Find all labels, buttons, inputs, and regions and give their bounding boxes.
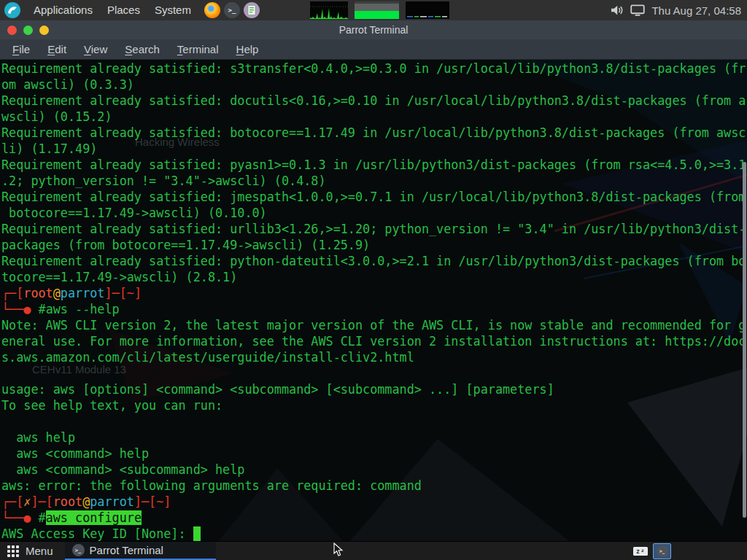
top-menu-system[interactable]: System [147, 0, 198, 20]
panel-menus: ApplicationsPlacesSystem [26, 0, 198, 20]
terminal-line: Requirement already satisfied: python-da… [1, 253, 746, 269]
top-menu-places[interactable]: Places [100, 0, 147, 20]
volume-icon[interactable] [610, 4, 624, 17]
terminal-line: eneral use. For more information, see th… [1, 333, 746, 349]
terminal-line [1, 365, 746, 381]
terminal-line: Note: AWS CLI version 2, the latest majo… [1, 317, 746, 333]
terminal-line: Requirement already satisfied: pyasn1>=0… [1, 157, 746, 173]
menu-search[interactable]: Search [117, 42, 168, 57]
terminal-line: .2; python_version != "3.4"->awscli) (0.… [1, 173, 746, 189]
terminal-launcher-icon[interactable]: >_ [224, 2, 240, 18]
window-controls [7, 26, 49, 35]
taskbar-menu-button[interactable]: Menu [26, 545, 53, 557]
terminal-line: aws help [1, 429, 746, 446]
window-titlebar[interactable]: Parrot Terminal [0, 20, 747, 39]
menu-edit[interactable]: Edit [39, 42, 74, 57]
maximize-window-icon[interactable] [39, 26, 49, 35]
terminal-line: Requirement already satisfied: urllib3<1… [1, 221, 746, 237]
terminal-line: Requirement already satisfied: botocore=… [1, 125, 746, 141]
menu-grid-icon[interactable] [7, 545, 19, 557]
top-menu-applications[interactable]: Applications [26, 0, 100, 20]
window-title: Parrot Terminal [0, 20, 747, 39]
minimize-window-icon[interactable] [23, 26, 33, 35]
terminal-line: └──● #aws --help [1, 301, 746, 317]
terminal-menubar: FileEditViewSearchTerminalHelp [0, 39, 747, 60]
memory-bar[interactable] [355, 1, 399, 19]
terminal-line: usage: aws [options] <command> <subcomma… [1, 381, 746, 397]
menu-view[interactable]: View [76, 42, 115, 57]
task-label: Parrot Terminal [90, 544, 163, 556]
desktop-screen: ApplicationsPlacesSystem >_ [0, 0, 747, 560]
terminal-line: Requirement already satisfied: s3transfe… [1, 61, 746, 77]
terminal-output: Requirement already satisfied: s3transfe… [1, 61, 746, 541]
terminal-line: ┌─[✗]─[root@parrot]─[~] [1, 494, 746, 510]
svg-text:z: z [636, 548, 640, 555]
top-panel: ApplicationsPlacesSystem >_ [0, 0, 747, 20]
terminal-line: aws <command> <subcommand> help [1, 462, 746, 478]
terminal-line: li) (1.17.49) [1, 141, 746, 157]
terminal-line [1, 413, 746, 429]
menu-file[interactable]: File [4, 42, 38, 57]
terminal-scrollbar[interactable] [743, 162, 746, 518]
firefox-icon[interactable] [204, 2, 220, 18]
system-tray: z z >_ [632, 543, 747, 559]
terminal-line: To see help text, you can run: [1, 397, 746, 413]
display-icon[interactable] [630, 4, 645, 17]
terminal-line: tocore==1.17.49->awscli) (2.8.1) [1, 269, 746, 285]
panel-launchers: >_ [204, 2, 260, 18]
keyboard-indicator-icon[interactable]: z z [632, 545, 649, 557]
cpu-graph[interactable] [310, 1, 348, 19]
parrot-logo-icon[interactable] [4, 2, 20, 18]
terminal-tray-icon[interactable]: >_ [653, 543, 671, 559]
terminal-line: s.aws.amazon.com/cli/latest/userguide/in… [1, 349, 746, 365]
taskbar: Menu >_ Parrot Terminal z z >_ [0, 541, 747, 560]
mouse-cursor [333, 542, 344, 557]
text-editor-icon[interactable] [244, 2, 260, 18]
terminal-line: └──● #aws configure [1, 510, 746, 526]
clock[interactable]: Thu Aug 27, 04:58 [651, 4, 741, 17]
terminal-icon: >_ [72, 544, 85, 556]
parrot-terminal-window: Parrot Terminal FileEditViewSearchTermin… [0, 20, 747, 541]
terminal-line: aws: error: the following arguments are … [1, 478, 746, 494]
terminal-line: Requirement already satisfied: docutils<… [1, 93, 746, 109]
close-window-icon[interactable] [7, 26, 17, 35]
system-monitors [310, 1, 449, 19]
terminal-line: om awscli) (0.3.3) [1, 77, 746, 93]
terminal-content[interactable]: Hacking Wireless CEHv11 Module 13 Requir… [0, 60, 747, 541]
terminal-line: aws <command> help [1, 446, 746, 462]
terminal-line: wscli) (0.15.2) [1, 109, 746, 125]
network-graph[interactable] [406, 1, 449, 19]
terminal-line: botocore==1.17.49->awscli) (0.10.0) [1, 205, 746, 221]
menu-terminal[interactable]: Terminal [169, 42, 227, 57]
terminal-line: packages (from botocore==1.17.49->awscli… [1, 237, 746, 253]
panel-status-area: Thu Aug 27, 04:58 [610, 4, 747, 17]
terminal-line: AWS Access Key ID [None]: [1, 526, 746, 541]
taskbar-task-parrot-terminal[interactable]: >_ Parrot Terminal [65, 542, 216, 560]
menu-help[interactable]: Help [228, 42, 267, 57]
terminal-line: Requirement already satisfied: jmespath<… [1, 189, 746, 205]
terminal-line: ┌─[root@parrot]─[~] [1, 285, 746, 301]
svg-text:z: z [641, 548, 644, 553]
